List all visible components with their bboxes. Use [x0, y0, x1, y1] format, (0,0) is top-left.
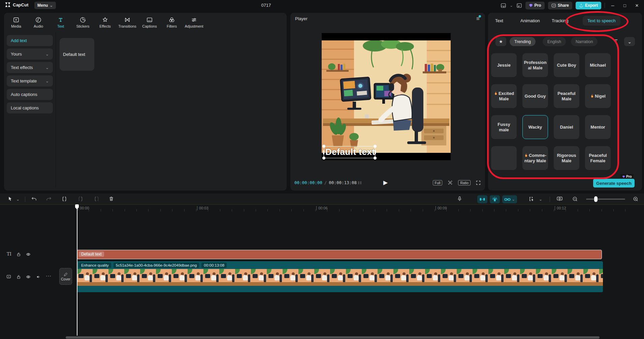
export-button[interactable]: Export [576, 2, 601, 9]
favorites-star-button[interactable]: ★ [495, 37, 506, 46]
chevron-down-icon[interactable]: ⌄ [16, 197, 20, 202]
tab-effects[interactable]: Effects [96, 15, 114, 30]
canvas-text-overlay[interactable]: Default text [325, 147, 375, 157]
tab-text[interactable]: Text [52, 15, 69, 30]
tab-tracking[interactable]: Tracking [552, 18, 568, 23]
voice-card-fussy-male[interactable]: Fussy male [491, 115, 517, 139]
clip-select-mode-icon[interactable] [528, 196, 535, 202]
maximize-button[interactable]: □ [620, 3, 629, 8]
zoom-out-icon[interactable] [572, 196, 578, 202]
delete-left-icon[interactable] [77, 196, 84, 202]
timeline-text-clip[interactable]: Default text [77, 250, 602, 259]
focus-zoom-icon[interactable] [447, 180, 453, 185]
record-voiceover-icon[interactable] [457, 196, 462, 202]
voice-card-jessie[interactable]: Jessie [491, 53, 517, 77]
filter-funnel-icon[interactable] [613, 38, 618, 44]
minimize-button[interactable]: ─ [608, 3, 617, 8]
voice-card-comme-ntary-male[interactable]: Comme-ntary Male [522, 146, 548, 170]
eye-icon[interactable] [26, 274, 31, 279]
enhance-quality-badge[interactable]: Enhance quality [79, 263, 111, 268]
text-overlay-selection[interactable]: Default text [324, 146, 375, 158]
menu-button[interactable]: Menu ⌄ [34, 2, 56, 9]
delete-icon[interactable] [108, 196, 114, 202]
tab-adjustment[interactable]: Adjustment [185, 15, 203, 30]
tab-audio[interactable]: Audio [30, 15, 47, 30]
edit-cover-button[interactable]: Cover [59, 268, 72, 285]
sidebar-item-local-captions[interactable]: Local captions [7, 102, 53, 113]
timeline-zoom-slider[interactable] [586, 199, 625, 200]
lock-icon[interactable] [16, 252, 21, 257]
resize-handle[interactable] [322, 157, 325, 160]
voice-card-daniel[interactable]: Daniel [554, 115, 579, 139]
chevron-down-icon[interactable]: ⌄ [510, 3, 513, 8]
voice-card-professional-male[interactable]: Professional Male [522, 53, 548, 77]
voice-card-peaceful-female[interactable]: Peaceful Female [585, 146, 611, 170]
play-button[interactable]: ▶ [383, 179, 388, 186]
filter-chip-narration[interactable]: Narration [571, 37, 598, 46]
chevron-down-icon[interactable]: ⌄ [539, 197, 542, 202]
timeline-video-clip[interactable]: Enhance quality 5c51a34e-1a00-4cba-966e-… [77, 261, 603, 292]
tab-filters[interactable]: Filters [163, 15, 181, 30]
sidebar-item-text-template[interactable]: Text template⌄ [7, 75, 53, 87]
voice-card-mentor[interactable]: Mentor [585, 115, 611, 139]
layout-panels-icon[interactable] [501, 3, 506, 8]
tab-media[interactable]: Media [7, 15, 25, 30]
more-options-icon[interactable]: ··· [46, 273, 52, 278]
select-cursor-icon[interactable] [7, 196, 13, 202]
tab-stickers[interactable]: Stickers [74, 15, 92, 30]
tab-transitions[interactable]: Transitions [119, 15, 136, 30]
voice-card-nigel[interactable]: Nigel [585, 84, 611, 108]
timeline-ruler[interactable]: 00:0000:0300:0600:0900:12 [0, 205, 644, 213]
resize-handle[interactable] [322, 145, 325, 148]
collapse-chevron-button[interactable]: ⌄ [624, 37, 635, 46]
voice-card-excited-male[interactable]: Excited Male [491, 84, 517, 108]
sidebar-item-add-text[interactable]: Add text [7, 35, 53, 46]
link-clips-toggle[interactable]: ⌄ [502, 195, 517, 203]
eye-icon[interactable] [26, 252, 31, 257]
frame-grid-icon[interactable] [357, 180, 362, 185]
tab-captions[interactable]: Captions [141, 15, 158, 30]
resize-handle[interactable] [323, 150, 324, 155]
tab-animation[interactable]: Animation [520, 18, 540, 23]
zoom-slider-handle[interactable] [594, 196, 598, 202]
delete-right-icon[interactable] [94, 196, 100, 202]
layout-list-icon[interactable] [516, 3, 522, 8]
sidebar-item-yours[interactable]: Yours⌄ [7, 48, 53, 60]
voice-card-wacky[interactable]: Wacky [522, 115, 548, 139]
filter-chip-english[interactable]: English [543, 37, 566, 46]
timeline-toolbar: ⌄ [0, 194, 644, 205]
undo-icon[interactable] [31, 196, 37, 202]
split-clip-icon[interactable] [61, 196, 67, 202]
tab-text-to-speech[interactable]: Text to speech [583, 16, 620, 26]
filter-chip-trending[interactable]: Trending [510, 37, 536, 46]
lock-icon[interactable] [16, 274, 21, 279]
generate-speech-button[interactable]: Generate speech [593, 179, 635, 188]
zoom-in-icon[interactable] [633, 196, 639, 202]
redo-icon[interactable] [46, 196, 52, 202]
resize-handle[interactable] [375, 150, 376, 155]
resize-handle[interactable] [374, 157, 377, 160]
voice-card-peaceful-male[interactable]: Peaceful Male [554, 84, 579, 108]
voice-card-michael[interactable]: Michael [585, 53, 611, 77]
close-button[interactable]: ✕ [633, 3, 641, 8]
voice-card-empty[interactable] [491, 146, 517, 170]
voice-card-good-guy[interactable]: Good Guy [522, 84, 548, 108]
speaker-icon[interactable] [36, 274, 41, 279]
preview-axis-icon[interactable] [556, 196, 563, 202]
auto-snap-toggle[interactable] [477, 195, 487, 203]
pro-badge[interactable]: Pro [525, 2, 545, 9]
sidebar-item-auto-captions[interactable]: Auto captions [7, 89, 53, 100]
share-button[interactable]: Share [548, 2, 572, 9]
voice-card-cute-boy[interactable]: Cute Boy [554, 53, 579, 77]
default-text-preset-card[interactable]: Default text [60, 38, 94, 71]
voice-card-rigorous-male[interactable]: Rigorous Male [554, 146, 579, 170]
ratio-button[interactable]: Ratio [458, 180, 471, 185]
preview-snap-toggle[interactable] [490, 195, 500, 203]
resize-handle[interactable] [374, 145, 377, 148]
horizontal-scrollbar[interactable] [66, 336, 600, 339]
full-preview-button[interactable]: Full [433, 180, 443, 185]
preview-canvas[interactable]: Default text [322, 33, 451, 160]
sidebar-item-text-effects[interactable]: Text effects⌄ [7, 62, 53, 73]
tab-text[interactable]: Text [495, 18, 503, 23]
fullscreen-icon[interactable] [476, 180, 481, 185]
